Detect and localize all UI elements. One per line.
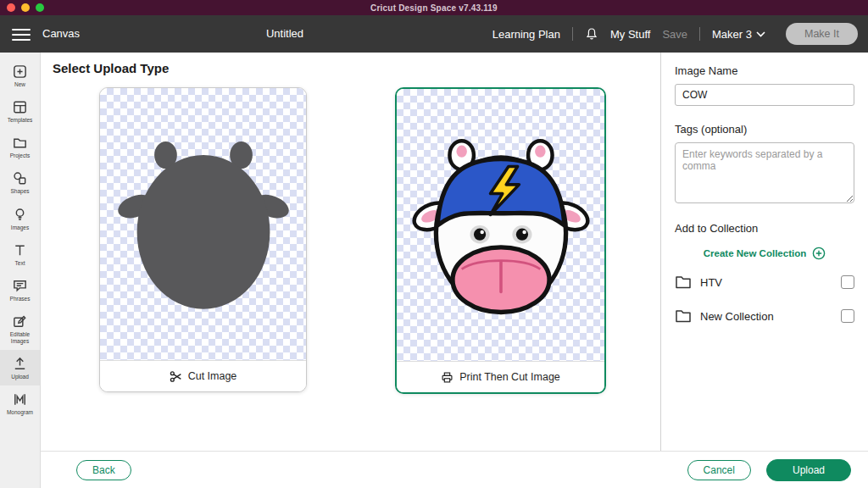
folder-icon — [675, 308, 692, 324]
header-right: Learning Plan My Stuff Save Maker 3 Make… — [492, 15, 858, 53]
folder-icon — [675, 274, 692, 290]
sidebar-item-images[interactable]: Images — [0, 201, 40, 236]
menu-icon[interactable] — [12, 25, 31, 42]
header-separator — [572, 27, 573, 41]
add-to-collection-label: Add to Collection — [675, 222, 854, 235]
cut-image-label: Cut Image — [188, 370, 237, 382]
plus-circle-icon — [812, 247, 826, 260]
sidebar-item-shapes[interactable]: Shapes — [0, 164, 40, 200]
canvas-link[interactable]: Canvas — [42, 27, 80, 40]
cut-image-label-bar: Cut Image — [100, 360, 306, 391]
editable-images-icon — [12, 313, 28, 330]
tags-input[interactable] — [675, 142, 854, 203]
collection-checkbox[interactable] — [841, 309, 854, 323]
header-separator — [699, 27, 700, 41]
upload-icon — [12, 356, 28, 372]
upload-button[interactable]: Upload — [766, 459, 851, 481]
zoom-button[interactable] — [36, 3, 44, 12]
left-sidebar: New Templates Projects Shapes Images Tex… — [0, 53, 41, 488]
sidebar-item-phrases[interactable]: Phrases — [0, 272, 40, 308]
chevron-down-icon — [756, 31, 765, 37]
collection-checkbox[interactable] — [841, 275, 854, 289]
cut-image-card[interactable]: Cut Image — [99, 87, 307, 392]
sidebar-item-projects[interactable]: Projects — [0, 129, 40, 164]
scissors-icon — [170, 370, 182, 383]
cancel-button[interactable]: Cancel — [687, 460, 751, 480]
image-name-input[interactable] — [675, 84, 854, 106]
document-title[interactable]: Untitled — [266, 27, 303, 40]
sidebar-item-editable-images[interactable]: Editable Images — [0, 308, 40, 350]
make-it-button[interactable]: Make It — [786, 23, 858, 45]
print-then-cut-preview — [397, 89, 604, 361]
cow-color-image — [418, 131, 584, 319]
traffic-lights — [7, 3, 44, 12]
projects-icon — [12, 135, 28, 151]
templates-icon — [12, 99, 28, 115]
shapes-icon — [12, 170, 28, 186]
collection-name: New Collection — [700, 310, 774, 323]
cow-silhouette-image — [120, 130, 287, 319]
image-name-label: Image Name — [675, 64, 854, 77]
app-header: Canvas Untitled Learning Plan My Stuff S… — [0, 15, 868, 53]
sidebar-item-monogram[interactable]: Monogram — [0, 385, 40, 421]
collection-row-htv[interactable]: HTV — [675, 265, 854, 299]
images-icon — [12, 207, 28, 223]
tags-label: Tags (optional) — [675, 123, 854, 136]
sidebar-item-new[interactable]: New — [0, 58, 40, 93]
sidebar-item-templates[interactable]: Templates — [0, 93, 40, 129]
collection-row-new-collection[interactable]: New Collection — [675, 299, 854, 333]
printer-icon — [441, 371, 453, 384]
print-then-cut-label: Print Then Cut Image — [459, 371, 560, 383]
back-button[interactable]: Back — [76, 460, 131, 480]
collection-name: HTV — [700, 276, 722, 289]
sidebar-item-upload[interactable]: Upload — [0, 350, 40, 385]
footer-bar: Back Cancel Upload — [41, 451, 868, 488]
text-icon — [12, 242, 28, 258]
create-new-collection-label: Create New Collection — [704, 248, 806, 258]
print-then-cut-card[interactable]: Print Then Cut Image — [395, 87, 606, 394]
main-content: Select Upload Type Cut Image — [41, 53, 660, 451]
macos-titlebar: Cricut Design Space v7.43.119 — [0, 0, 868, 15]
window-title: Cricut Design Space v7.43.119 — [370, 3, 498, 13]
create-new-collection-button[interactable]: Create New Collection — [675, 247, 854, 260]
save-button[interactable]: Save — [662, 28, 687, 41]
my-stuff-link[interactable]: My Stuff — [610, 28, 650, 41]
print-then-cut-label-bar: Print Then Cut Image — [397, 361, 604, 392]
upload-details-panel: Image Name Tags (optional) Add to Collec… — [660, 53, 868, 451]
monogram-icon — [12, 391, 28, 408]
page-title: Select Upload Type — [53, 61, 169, 75]
sidebar-item-text[interactable]: Text — [0, 236, 40, 272]
close-button[interactable] — [7, 3, 15, 12]
cut-image-preview — [100, 88, 306, 360]
minimize-button[interactable] — [21, 3, 30, 12]
notifications-bell-icon[interactable] — [585, 27, 598, 41]
phrases-icon — [12, 278, 28, 294]
machine-selector[interactable]: Maker 3 — [712, 28, 765, 41]
new-icon — [12, 64, 28, 80]
machine-name: Maker 3 — [712, 28, 752, 41]
learning-plan-link[interactable]: Learning Plan — [492, 28, 560, 41]
